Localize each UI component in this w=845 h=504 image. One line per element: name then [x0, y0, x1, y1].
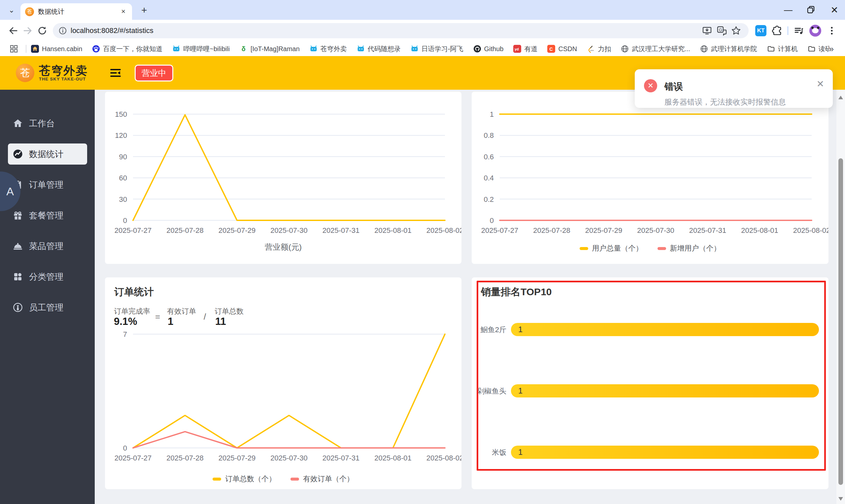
reload-button[interactable]	[35, 23, 50, 38]
restore-icon	[807, 6, 815, 14]
bookmark-item[interactable]: Github	[473, 45, 504, 53]
sidebar-collapse-button[interactable]	[110, 67, 122, 79]
window-restore-button[interactable]	[804, 3, 818, 17]
bookmark-item[interactable]: 哔哩哔哩~bilibili	[172, 44, 230, 53]
bookmark-item[interactable]: 百度一下，你就知道	[92, 44, 162, 53]
translate-button[interactable]: G	[714, 23, 729, 38]
sidebar-item-label: 套餐管理	[29, 210, 64, 221]
kt-extension-icon[interactable]: KT	[755, 25, 767, 36]
leetcode-icon	[587, 45, 595, 53]
svg-text:yd: yd	[515, 47, 519, 51]
kebab-menu-icon	[827, 25, 837, 36]
back-button[interactable]	[6, 23, 20, 38]
sidebar-item-2[interactable]: 数据统计	[8, 143, 87, 165]
bookmark-item[interactable]: yd有道	[513, 44, 538, 53]
sidebar-item-label: 分类管理	[29, 271, 64, 283]
sidebar-item-6[interactable]: 分类管理	[8, 266, 87, 287]
sidebar-item-7[interactable]: 员工管理	[8, 297, 87, 318]
bookmark-item[interactable]: 计算机	[767, 44, 798, 53]
app-logo-text: 苍穹外卖 THE SKY TAKE-OUT	[39, 65, 88, 82]
sidebar-item-label: 订单管理	[29, 179, 64, 191]
bookmark-star-button[interactable]	[729, 23, 743, 38]
svg-text:2025-08-01: 2025-08-01	[374, 454, 411, 462]
address-bar[interactable]: localhost:8082/#/statistics G	[53, 23, 749, 38]
scrollbar-thumb[interactable]	[839, 158, 843, 485]
svg-text:30: 30	[119, 195, 127, 203]
svg-text:2025-07-29: 2025-07-29	[218, 226, 256, 235]
svg-text:2025-08-02: 2025-08-02	[426, 226, 461, 235]
svg-text:1: 1	[490, 110, 494, 119]
window-minimize-button[interactable]: —	[781, 3, 796, 17]
user-chart: 00.20.40.60.812025-07-272025-07-282025-0…	[472, 92, 828, 264]
globe-icon	[700, 45, 708, 53]
app-subtitle: THE SKY TAKE-OUT	[39, 76, 88, 82]
svg-text:2025-08-02: 2025-08-02	[793, 226, 828, 235]
svg-text:2025-07-28: 2025-07-28	[533, 226, 570, 235]
bookmark-item[interactable]: CCSDN	[547, 45, 577, 53]
svg-text:90: 90	[119, 153, 127, 161]
bookmark-item[interactable]: 日语学习-阿飞	[411, 44, 463, 53]
profile-avatar[interactable]	[809, 25, 821, 37]
svg-text:2025-07-27: 2025-07-27	[481, 226, 518, 235]
svg-text:2025-08-02: 2025-08-02	[426, 454, 461, 462]
svg-text:0.4: 0.4	[483, 174, 494, 182]
bookmark-item[interactable]: δ[IoT-Mag]Raman	[240, 45, 300, 53]
bar-value-label: 1	[518, 384, 523, 397]
scrollbar[interactable]	[837, 90, 845, 504]
bookmark-item[interactable]: Hansen.cabin	[31, 45, 82, 53]
bookmark-label: Hansen.cabin	[42, 45, 82, 53]
svg-text:0: 0	[123, 216, 127, 224]
reading-list-button[interactable]	[792, 23, 806, 38]
bookmark-item[interactable]: 武汉理工大学研究...	[621, 44, 690, 53]
home-icon	[13, 118, 23, 129]
scroll-up-arrow-icon[interactable]	[839, 96, 843, 99]
new-tab-button[interactable]: +	[141, 5, 147, 15]
chrome-menu-button[interactable]	[825, 23, 839, 38]
toast-close-icon[interactable]: ✕	[816, 78, 824, 89]
scroll-down-arrow-icon[interactable]	[839, 497, 843, 501]
extensions-button[interactable]	[770, 23, 784, 38]
legend-item[interactable]: 有效订单（个）	[291, 474, 354, 484]
legend-item[interactable]: 用户总量（个）	[580, 244, 643, 253]
bookmark-item[interactable]: 力扣	[587, 44, 611, 53]
bookmark-label: 哔哩哔哩~bilibili	[183, 44, 230, 53]
bookmark-item[interactable]: 武理计算机学院	[700, 44, 757, 53]
legend-item[interactable]: 订单总数（个）	[213, 474, 276, 484]
order-chart: 072025-07-272025-07-282025-07-292025-07-…	[105, 277, 461, 489]
sidebar-item-4[interactable]: 套餐管理	[8, 205, 87, 226]
staff-icon	[13, 302, 23, 313]
bookmark-item[interactable]: 读研	[808, 44, 829, 53]
bookmarks-overflow-button[interactable]: »	[829, 44, 839, 54]
bookmark-item[interactable]: 代码随想录	[357, 44, 401, 53]
bar-category-label: 剁椒鱼头	[472, 386, 506, 396]
tab-search-button[interactable]: ⌄	[6, 5, 17, 16]
bookmark-label: [IoT-Mag]Raman	[250, 45, 300, 53]
bookmark-label: Github	[484, 45, 504, 53]
forward-button[interactable]	[20, 23, 35, 38]
bar-category-label: 米饭	[472, 448, 506, 457]
svg-text:0.6: 0.6	[483, 153, 494, 161]
browser-toolbar: localhost:8082/#/statistics G KT	[0, 20, 845, 41]
bookmark-label: 读研	[818, 44, 829, 53]
tab-title: 数据统计	[38, 7, 119, 16]
legend-item[interactable]: 新增用户（个）	[657, 244, 721, 253]
bookmark-label: 力扣	[598, 44, 611, 53]
svg-text:120: 120	[115, 131, 127, 140]
sidebar-item-5[interactable]: 菜品管理	[8, 235, 87, 257]
bili-icon	[357, 45, 365, 53]
tab-close-icon[interactable]: ×	[119, 6, 127, 17]
url-text[interactable]: localhost:8082/#/statistics	[71, 26, 700, 35]
active-tab[interactable]: 苍 数据统计 ×	[20, 3, 132, 20]
install-icon	[702, 25, 712, 36]
bookmark-item[interactable]: 苍穹外卖	[310, 44, 347, 53]
sidebar-item-1[interactable]: 工作台	[8, 113, 87, 134]
house-icon	[31, 45, 39, 53]
install-app-button[interactable]	[700, 23, 714, 38]
baidu-icon	[92, 45, 100, 53]
revenue-chart-caption: 营业额(元)	[105, 242, 461, 252]
collapse-menu-icon	[110, 67, 122, 79]
back-arrow-icon	[8, 25, 18, 36]
apps-grid-icon[interactable]	[6, 41, 21, 56]
legend-label: 订单总数（个）	[225, 474, 276, 484]
window-close-button[interactable]: ✕	[827, 3, 842, 17]
